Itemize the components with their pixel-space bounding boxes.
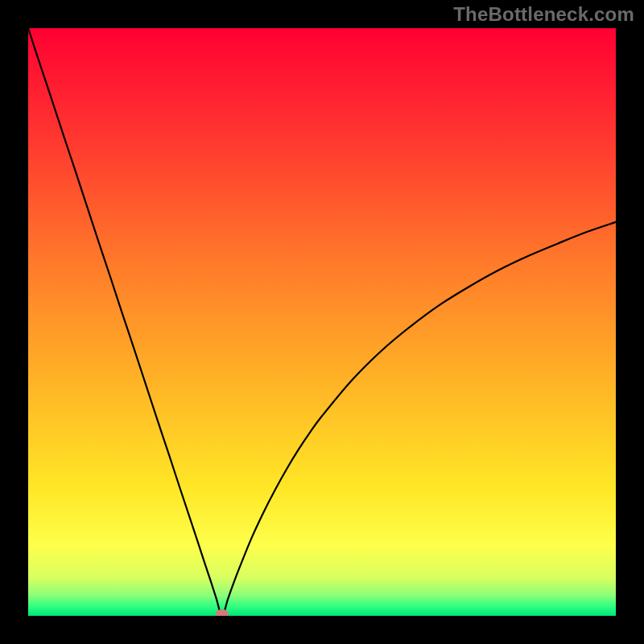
watermark-text: TheBottleneck.com: [453, 3, 634, 26]
chart-frame: TheBottleneck.com: [0, 0, 644, 644]
gradient-background: [28, 28, 616, 616]
bottleneck-chart: [28, 28, 616, 616]
